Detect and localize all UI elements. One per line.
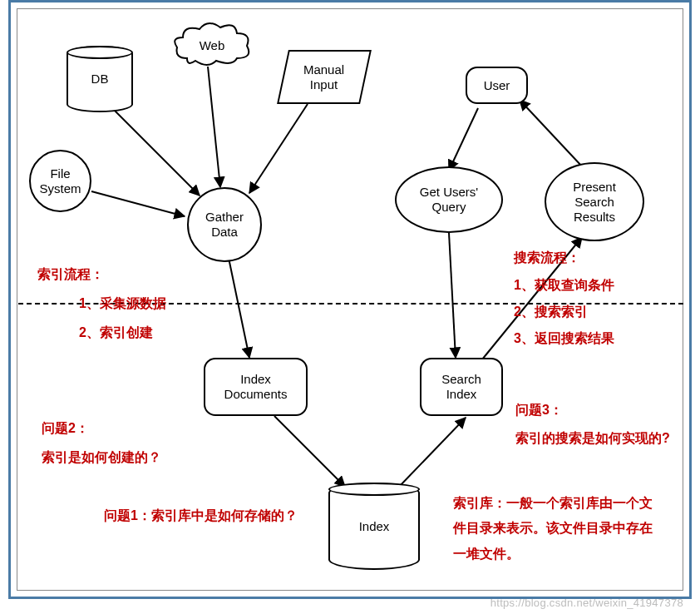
annotation-question3-text: 索引的搜索是如何实现的?	[515, 426, 673, 451]
annotation-search-flow-2: 2、搜索索引	[514, 300, 588, 324]
node-web: Web	[170, 21, 254, 71]
node-manual-input: Manual Input	[277, 50, 372, 104]
node-user-label: User	[484, 78, 510, 93]
annotation-question2-text: 索引是如何创建的？	[42, 445, 161, 470]
annotation-question1: 问题1：索引库中是如何存储的？	[104, 503, 312, 528]
node-index-documents: Index Documents	[204, 358, 308, 416]
node-gather-data: Gather Data	[187, 187, 262, 262]
node-search-index-label: Search Index	[441, 372, 481, 402]
annotation-question3-title: 问题3：	[515, 398, 563, 423]
node-manual-input-label: Manual Input	[303, 62, 344, 92]
node-present-search-results: Present Search Results	[545, 162, 644, 241]
node-search-index: Search Index	[420, 358, 503, 416]
node-present-search-results-label: Present Search Results	[573, 180, 616, 225]
node-index-label: Index	[359, 519, 390, 534]
watermark: https://blog.csdn.net/weixin_41947378	[490, 597, 683, 609]
node-index-documents-label: Index Documents	[224, 372, 288, 402]
annotation-search-flow-3: 3、返回搜索结果	[514, 326, 614, 351]
annotation-index-flow-title: 索引流程：	[37, 262, 104, 287]
node-web-label: Web	[200, 38, 225, 53]
node-user: User	[466, 67, 528, 104]
node-get-users-query: Get Users' Query	[395, 166, 503, 233]
node-db: DB	[67, 46, 133, 112]
node-file-system-label: File System	[39, 166, 81, 196]
node-index: Index	[328, 483, 420, 570]
annotation-search-flow-1: 1、获取查询条件	[514, 273, 614, 298]
annotation-index-flow-2: 2、索引创建	[79, 320, 153, 345]
node-file-system: File System	[29, 150, 91, 212]
diagram-canvas: DB Web Manual Input File System Gather D…	[0, 0, 700, 614]
annotation-question2-title: 问题2：	[42, 416, 89, 441]
annotation-search-flow-title: 搜索流程：	[514, 245, 580, 270]
annotation-index-flow-1: 1、采集源数据	[79, 291, 166, 316]
node-gather-data-label: Gather Data	[205, 210, 244, 240]
node-get-users-query-label: Get Users' Query	[420, 185, 478, 215]
annotation-index-lib: 索引库：一般一个索引库由一个文件目录来表示。该文件目录中存在一堆文件。	[453, 491, 661, 567]
node-db-label: DB	[91, 72, 109, 87]
